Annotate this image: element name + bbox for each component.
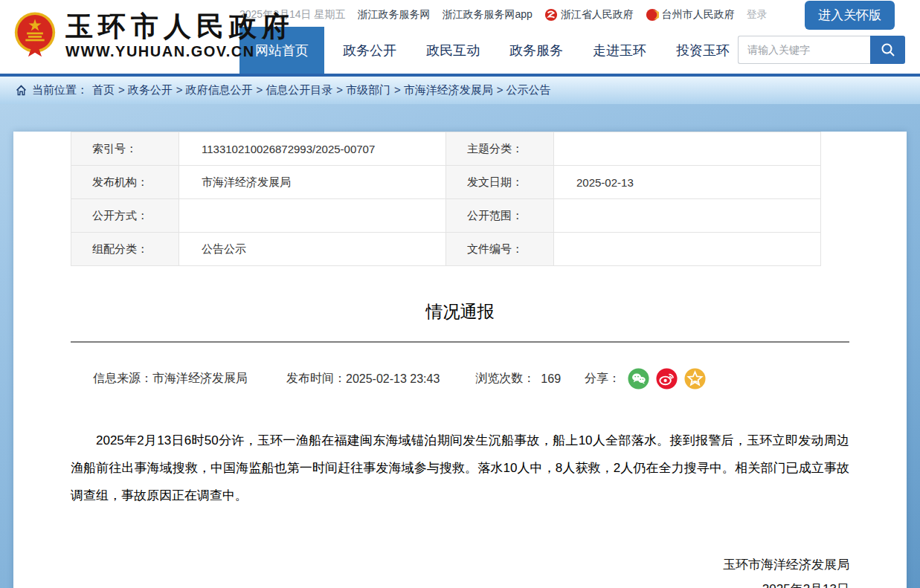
publish-time-label: 发布时间： xyxy=(286,371,346,387)
table-row: 组配分类： 公告公示 文件编号： xyxy=(71,233,821,266)
top-utility-bar: 2025年2月14日 星期五 浙江政务服务网 浙江政务服务网app 浙江省人民政… xyxy=(239,0,920,27)
nav-gov-services[interactable]: 政务服务 xyxy=(498,27,574,74)
title-divider xyxy=(71,341,849,343)
site-name: 玉环市人民政府 xyxy=(65,12,295,42)
signature-date: 2025年2月13日 xyxy=(13,577,849,588)
link-zhejiang-gov[interactable]: 浙江省人民政府 xyxy=(544,8,634,22)
share-label: 分享： xyxy=(585,371,620,387)
topic-category-value xyxy=(554,132,821,166)
issue-date-value: 2025-02-13 xyxy=(554,166,821,199)
nav-public-interaction[interactable]: 政民互动 xyxy=(415,27,491,74)
file-number-value xyxy=(554,233,821,266)
search-input[interactable] xyxy=(738,36,870,64)
nav-gov-affairs[interactable]: 政务公开 xyxy=(332,27,408,74)
topic-category-label: 主题分类： xyxy=(446,132,554,166)
source-label: 信息来源： xyxy=(93,371,152,387)
group-category-label: 组配分类： xyxy=(71,233,179,266)
nav-invest-yuhuan[interactable]: 投资玉环 xyxy=(665,27,741,74)
login-link[interactable]: 登录 xyxy=(747,8,768,22)
taizhou-gov-icon xyxy=(646,8,659,22)
article-title: 情况通报 xyxy=(13,300,907,323)
site-search xyxy=(738,36,905,64)
views-label: 浏览次数： xyxy=(475,371,535,387)
index-number-value: 113310210026872993/2025-00707 xyxy=(179,132,446,166)
national-emblem-icon xyxy=(13,12,57,61)
table-row: 发布机构： 市海洋经济发展局 发文日期： 2025-02-13 xyxy=(71,166,821,199)
link-taizhou-gov[interactable]: 台州市人民政府 xyxy=(646,8,735,22)
site-url: WWW.YUHUAN.GOV.CN xyxy=(65,43,295,60)
site-logo[interactable]: 玉环市人民政府 WWW.YUHUAN.GOV.CN xyxy=(13,12,295,61)
wechat-icon[interactable] xyxy=(628,368,649,390)
nav-about-yuhuan[interactable]: 走进玉环 xyxy=(582,27,657,74)
home-icon xyxy=(15,84,28,97)
article-signature: 玉环市海洋经济发展局 2025年2月13日 xyxy=(13,552,849,588)
content-card: 索引号： 113310210026872993/2025-00707 主题分类：… xyxy=(13,132,907,588)
file-number-label: 文件编号： xyxy=(446,233,554,266)
link-zhejiang-service-web[interactable]: 浙江政务服务网 xyxy=(357,8,430,22)
issuing-agency-value: 市海洋经济发展局 xyxy=(179,166,446,199)
crumb-gov-info-disclosure[interactable]: 政府信息公开 xyxy=(186,83,263,97)
crumb-disclosure-catalog[interactable]: 信息公开目录 xyxy=(266,83,343,97)
zhejiang-gov-icon xyxy=(544,8,558,22)
crumb-gov-affairs[interactable]: 政务公开 xyxy=(128,83,183,97)
crumb-public-notices[interactable]: 公示公告 xyxy=(506,83,555,97)
weibo-icon[interactable] xyxy=(656,368,678,390)
publish-time-value: 2025-02-13 23:43 xyxy=(346,372,440,386)
signature-agency: 玉环市海洋经济发展局 xyxy=(13,552,849,577)
disclosure-scope-label: 公开范围： xyxy=(446,199,554,233)
issue-date-label: 发文日期： xyxy=(446,166,554,199)
site-header: 玉环市人民政府 WWW.YUHUAN.GOV.CN 2025年2月14日 星期五… xyxy=(0,0,920,74)
disclosure-method-value xyxy=(179,199,446,233)
table-row: 公开方式： 公开范围： xyxy=(71,199,821,233)
views-value: 169 xyxy=(541,372,561,386)
accessibility-mode-button[interactable]: 进入关怀版 xyxy=(805,1,895,30)
crumb-city-departments[interactable]: 市级部门 xyxy=(346,83,401,97)
disclosure-method-label: 公开方式： xyxy=(71,199,179,233)
source-value: 市海洋经济发展局 xyxy=(152,371,248,387)
article-body: 2025年2月13日6时50分许，玉环一渔船在福建闽东海域锚泊期间发生沉船事故，… xyxy=(71,427,849,509)
crumb-home[interactable]: 首页 xyxy=(92,83,125,97)
search-button[interactable] xyxy=(870,36,905,64)
group-category-value: 公告公示 xyxy=(179,233,446,266)
article-meta: 信息来源： 市海洋经济发展局 发布时间： 2025-02-13 23:43 浏览… xyxy=(93,368,849,390)
qzone-icon[interactable] xyxy=(684,368,706,390)
index-number-label: 索引号： xyxy=(71,132,179,166)
disclosure-scope-value xyxy=(554,199,821,233)
breadcrumb-prefix: 当前位置： xyxy=(32,83,88,97)
document-info-table: 索引号： 113310210026872993/2025-00707 主题分类：… xyxy=(71,132,821,266)
table-row: 索引号： 113310210026872993/2025-00707 主题分类： xyxy=(71,132,821,166)
link-zhejiang-service-app[interactable]: 浙江政务服务网app xyxy=(442,8,532,22)
search-icon xyxy=(881,42,895,57)
breadcrumb: 当前位置： 首页 政务公开 政府信息公开 信息公开目录 市级部门 市海洋经济发展… xyxy=(0,77,920,104)
crumb-marine-economy-bureau[interactable]: 市海洋经济发展局 xyxy=(404,83,504,97)
issuing-agency-label: 发布机构： xyxy=(71,166,179,199)
